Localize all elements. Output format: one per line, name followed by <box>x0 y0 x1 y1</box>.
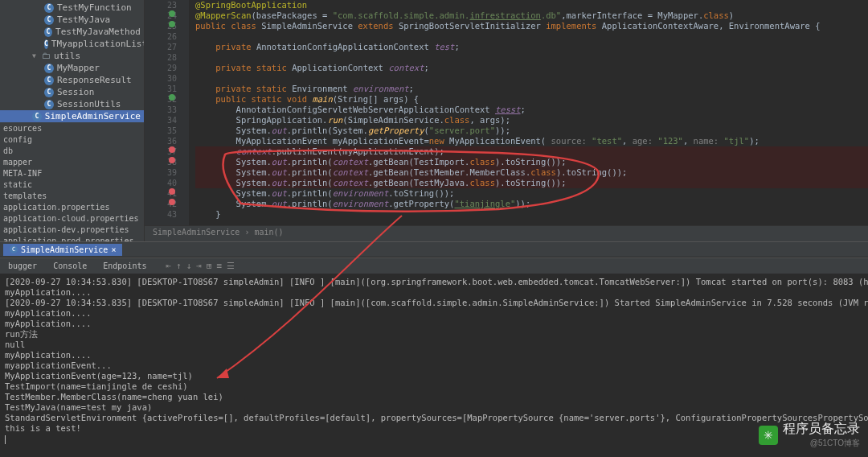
folder-item[interactable]: mapper <box>0 156 144 167</box>
code-area[interactable]: @SpringBootApplication@MapperScan(basePa… <box>189 0 868 225</box>
folder-item[interactable]: application.properties <box>0 201 144 212</box>
code-line[interactable]: System.out.println(context.getBean(TestI… <box>195 157 868 167</box>
line-number[interactable]: 38 <box>145 157 177 167</box>
toolbar-icon[interactable]: ⊞ <box>207 261 212 271</box>
code-line[interactable]: private static ApplicationContext contex… <box>195 63 868 73</box>
gutter-marker-icon[interactable] <box>169 21 175 27</box>
line-number[interactable]: 34 <box>145 115 177 126</box>
tree-item-session[interactable]: CSession <box>0 86 144 98</box>
folder-item[interactable]: templates <box>0 190 144 201</box>
code-line[interactable]: System.out.println(environment.toString(… <box>195 188 868 199</box>
watermark-sub: @51CTO博客 <box>783 438 860 449</box>
gutter[interactable]: 2324252627282930313233343536373839404142… <box>145 0 189 225</box>
code-line[interactable]: System.out.println(environment.getProper… <box>195 199 868 209</box>
tree-item-testmyfunction[interactable]: CTestMyFunction <box>0 2 144 14</box>
tab-console[interactable]: Console <box>48 260 92 272</box>
toolbar-icon[interactable]: ☰ <box>227 261 235 271</box>
line-number[interactable]: 23 <box>145 0 177 10</box>
code-line[interactable]: private AnnotationConfigApplicationConte… <box>195 42 868 52</box>
line-number[interactable]: 35 <box>145 126 177 136</box>
folder-item[interactable]: esources <box>0 122 144 134</box>
tree-item-mymapper[interactable]: CMyMapper <box>0 62 144 74</box>
wechat-icon: ✳ <box>759 426 778 445</box>
breadcrumb[interactable]: SimpleAdminService › main() <box>145 225 868 241</box>
toolbar-icon[interactable]: ↑ <box>176 261 182 271</box>
console-line: this is a test! <box>5 423 863 434</box>
tree-item-responseresult[interactable]: CResponseResult <box>0 74 144 86</box>
console-line: MyApplicationEvent(age=123, name=tjl) <box>5 371 863 381</box>
line-number[interactable]: 41 <box>145 188 177 199</box>
console-line: run方法 <box>5 329 863 340</box>
code-line[interactable] <box>195 73 868 84</box>
tree-item-utils[interactable]: ▼🗀utils <box>0 50 144 62</box>
code-line[interactable] <box>195 31 868 42</box>
toolbar-icon[interactable]: ↓ <box>186 261 192 271</box>
line-number[interactable]: 32 <box>145 94 177 105</box>
code-line[interactable]: context.publishEvent(myApplicationEvent)… <box>195 146 868 157</box>
tab-debugger[interactable]: bugger <box>3 260 42 272</box>
toolbar-icon[interactable]: ≡ <box>217 261 223 271</box>
folder-item[interactable]: config <box>0 134 144 145</box>
tree-item-testmyjavamethod[interactable]: CTestMyJavaMethod <box>0 26 144 38</box>
line-number[interactable]: 26 <box>145 31 177 42</box>
line-number[interactable]: 24 <box>145 10 177 21</box>
gutter-marker-icon[interactable] <box>169 199 175 205</box>
line-number[interactable]: 28 <box>145 52 177 63</box>
line-number[interactable]: 37 <box>145 146 177 157</box>
code-line[interactable]: MyApplicationEvent myApplicationEvent=ne… <box>195 136 868 146</box>
class-icon: C <box>44 15 54 25</box>
line-number[interactable]: 30 <box>145 73 177 84</box>
line-number[interactable]: 39 <box>145 167 177 178</box>
chevron-down-icon: ▼ <box>32 52 39 60</box>
class-icon: C <box>44 88 54 97</box>
tab-endpoints[interactable]: Endpoints <box>98 260 151 272</box>
folder-item[interactable]: static <box>0 179 144 190</box>
tree-item-simpleadminservice[interactable]: CSimpleAdminService <box>0 110 144 122</box>
folder-item[interactable]: application-prod.properties <box>0 235 144 241</box>
folder-item[interactable]: db <box>0 145 144 156</box>
console-line: null <box>5 340 863 350</box>
gutter-marker-icon[interactable] <box>169 94 175 101</box>
code-line[interactable]: SpringApplication.run(SimpleAdminService… <box>195 115 868 126</box>
code-line[interactable]: System.out.println(context.getBean(TestM… <box>195 167 868 178</box>
line-number[interactable]: 29 <box>145 63 177 73</box>
gutter-marker-icon[interactable] <box>169 157 175 163</box>
code-line[interactable]: System.out.println(context.getBean(TestM… <box>195 178 868 188</box>
watermark-main: 程序员备忘录 <box>783 422 860 435</box>
line-number[interactable]: 31 <box>145 84 177 94</box>
code-line[interactable] <box>195 52 868 63</box>
watermark: ✳ 程序员备忘录 @51CTO博客 <box>759 421 860 449</box>
code-line[interactable]: AnnotationConfigServletWebServerApplicat… <box>195 105 868 115</box>
code-line[interactable]: public class SimpleAdminService extends … <box>195 21 868 31</box>
console-line: myApplication.... <box>5 308 863 319</box>
console-line: myApplication.... <box>5 287 863 298</box>
line-number[interactable]: 36 <box>145 136 177 146</box>
line-number[interactable]: 27 <box>145 42 177 52</box>
code-line[interactable]: System.out.println(System.getProperty("s… <box>195 126 868 136</box>
code-line[interactable]: @SpringBootApplication <box>195 0 868 10</box>
code-line[interactable]: @MapperScan(basePackages = "com.scaffold… <box>195 10 868 21</box>
close-icon[interactable]: × <box>111 245 116 254</box>
folder-item[interactable]: META-INF <box>0 167 144 179</box>
code-line[interactable]: public static void main(String[] args) { <box>195 94 868 105</box>
line-number[interactable]: 33 <box>145 105 177 115</box>
console-line: [2020-09-27 10:34:53.835] [DESKTOP-1TO8S… <box>5 298 863 308</box>
line-number[interactable]: 25 <box>145 21 177 31</box>
folder-item[interactable]: application-dev.properties <box>0 224 144 235</box>
line-number[interactable]: 40 <box>145 178 177 188</box>
code-line[interactable]: } <box>195 209 868 220</box>
code-line[interactable]: private static Environment environment; <box>195 84 868 94</box>
folder-item[interactable]: application-cloud.properties <box>0 212 144 224</box>
tree-item-tmyapplicationlistenner[interactable]: CTMyapplicationListenner <box>0 38 144 50</box>
line-number[interactable]: 42 <box>145 199 177 209</box>
tree-item-sessionutils[interactable]: CSessionUtils <box>0 98 144 110</box>
gutter-marker-icon[interactable] <box>169 146 175 153</box>
toolbar-icon[interactable]: ⇤ <box>166 261 171 271</box>
tree-item-testmyjava[interactable]: CTestMyJava <box>0 14 144 26</box>
line-number[interactable]: 43 <box>145 209 177 220</box>
file-tab[interactable]: C SimpleAdminService × <box>3 244 122 256</box>
console-output[interactable]: [2020-09-27 10:34:53.830] [DESKTOP-1TO8S… <box>0 274 868 457</box>
gutter-marker-icon[interactable] <box>169 188 175 195</box>
toolbar-icon[interactable]: ⇥ <box>196 261 202 271</box>
gutter-marker-icon[interactable] <box>169 10 175 17</box>
